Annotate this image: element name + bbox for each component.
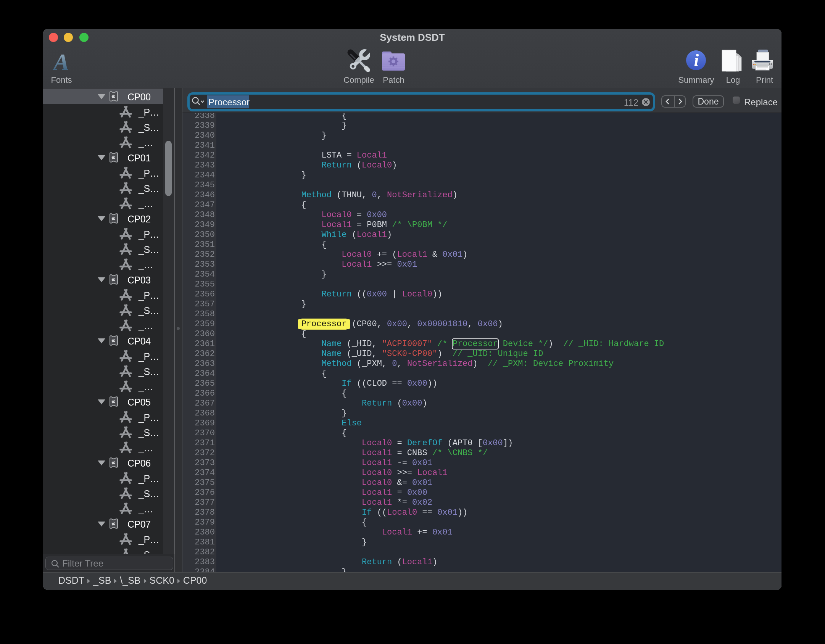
- svg-text:i: i: [694, 50, 699, 70]
- svg-text:A: A: [53, 52, 69, 71]
